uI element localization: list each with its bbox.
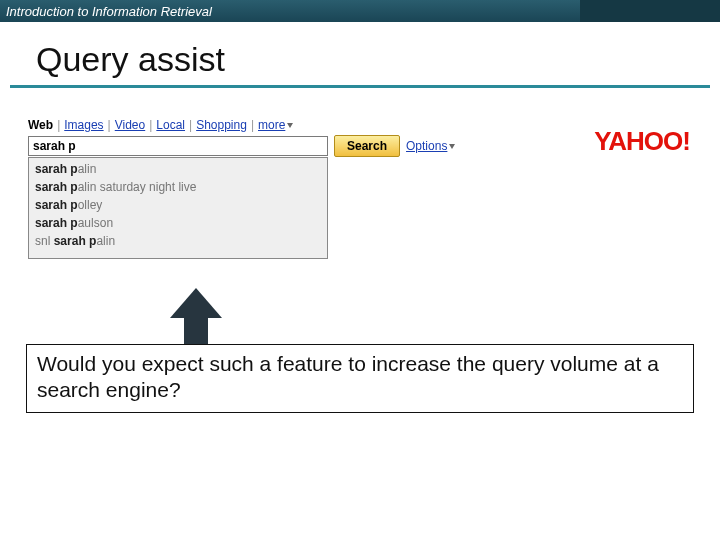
suggestion-item[interactable]: snl sarah palin <box>29 232 327 250</box>
chevron-down-icon <box>287 123 293 128</box>
options-link[interactable]: Options <box>406 139 455 153</box>
suggestions-dropdown: sarah palin sarah palin saturday night l… <box>28 157 328 259</box>
tab-sep: | <box>251 118 254 132</box>
course-title: Introduction to Information Retrieval <box>0 4 212 19</box>
search-button[interactable]: Search <box>334 135 400 157</box>
slide-title: Query assist <box>36 40 720 83</box>
tab-web[interactable]: Web <box>28 118 53 132</box>
tab-more[interactable]: more <box>258 118 293 132</box>
suggestion-item[interactable]: sarah paulson <box>29 214 327 232</box>
tab-shopping[interactable]: Shopping <box>196 118 247 132</box>
header-accent <box>580 0 720 22</box>
tab-sep: | <box>57 118 60 132</box>
yahoo-logo: YAHOO! <box>594 126 690 157</box>
question-box: Would you expect such a feature to incre… <box>26 344 694 413</box>
tab-sep: | <box>108 118 111 132</box>
search-tabs: Web | Images | Video | Local | Shopping … <box>28 118 455 132</box>
arrow-stem <box>184 317 208 345</box>
chevron-down-icon <box>449 144 455 149</box>
tab-sep: | <box>149 118 152 132</box>
title-underline <box>10 85 710 88</box>
search-row: Search Options <box>28 135 455 157</box>
tab-images[interactable]: Images <box>64 118 103 132</box>
arrow-up-icon <box>170 288 222 318</box>
suggestion-item[interactable]: sarah palin saturday night live <box>29 178 327 196</box>
tab-sep: | <box>189 118 192 132</box>
tab-local[interactable]: Local <box>156 118 185 132</box>
slide-header: Introduction to Information Retrieval <box>0 0 720 22</box>
search-ui: Web | Images | Video | Local | Shopping … <box>28 118 455 259</box>
suggestion-item[interactable]: sarah palin <box>29 160 327 178</box>
search-input[interactable] <box>28 136 328 156</box>
suggestion-item[interactable]: sarah polley <box>29 196 327 214</box>
tab-video[interactable]: Video <box>115 118 145 132</box>
